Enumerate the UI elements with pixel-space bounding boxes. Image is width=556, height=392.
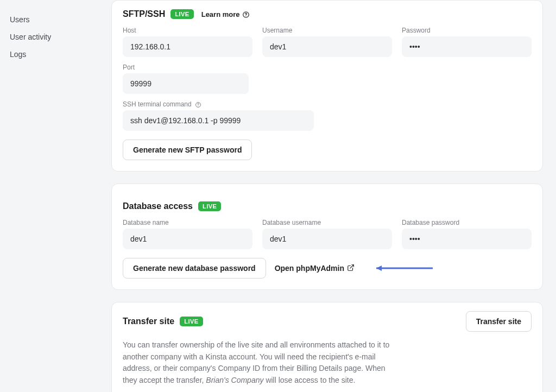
- port-label: Port: [123, 64, 249, 71]
- svg-line-4: [350, 264, 353, 268]
- username-field: Username dev1: [262, 27, 392, 57]
- username-value[interactable]: dev1: [262, 36, 392, 57]
- sftp-header: SFTP/SSH LIVE Learn more: [123, 9, 532, 19]
- password-field: Password ••••: [402, 27, 532, 57]
- live-badge: LIVE: [170, 9, 193, 19]
- main-content: SFTP/SSH LIVE Learn more Host 192.168.0.…: [111, 0, 556, 392]
- db-user-value[interactable]: dev1: [262, 229, 392, 249]
- help-icon: [242, 10, 250, 18]
- svg-point-1: [245, 16, 246, 16]
- db-pass-label: Database password: [402, 219, 532, 226]
- transfer-title: Transfer site: [123, 317, 174, 326]
- ssh-cmd-label: SSH terminal command: [123, 100, 314, 108]
- transfer-description: You can transfer ownership of the live s…: [123, 339, 394, 387]
- learn-more-link[interactable]: Learn more: [201, 10, 250, 18]
- transfer-desc-company: Brian's Company: [206, 376, 263, 384]
- ssh-cmd-value[interactable]: ssh dev1@192.168.0.1 -p 99999: [123, 110, 314, 131]
- db-name-label: Database name: [123, 219, 252, 226]
- db-user-field: Database username dev1: [262, 219, 392, 249]
- db-header: Database access LIVE: [123, 201, 532, 211]
- db-pass-field: Database password ••••: [402, 219, 532, 249]
- host-label: Host: [123, 27, 252, 34]
- sidebar: Users User activity Logs: [0, 0, 111, 392]
- ssh-cmd-field: SSH terminal command ssh dev1@192.168.0.…: [123, 100, 314, 131]
- db-user-label: Database username: [262, 219, 392, 226]
- db-name-field: Database name dev1: [123, 219, 252, 249]
- port-field: Port 99999: [123, 64, 249, 94]
- generate-db-password-button[interactable]: Generate new database password: [123, 258, 266, 279]
- live-badge: LIVE: [198, 201, 221, 211]
- generate-sftp-password-button[interactable]: Generate new SFTP password: [123, 140, 252, 160]
- password-label: Password: [402, 27, 532, 34]
- open-phpmyadmin-label: Open phpMyAdmin: [275, 264, 344, 273]
- sidebar-item-users[interactable]: Users: [10, 11, 111, 28]
- database-card: Database access LIVE Database name dev1 …: [111, 184, 543, 290]
- port-value[interactable]: 99999: [123, 73, 249, 94]
- ssh-cmd-label-text: SSH terminal command: [123, 100, 192, 108]
- db-title: Database access: [123, 201, 193, 211]
- svg-marker-6: [376, 265, 382, 271]
- transfer-site-button[interactable]: Transfer site: [466, 311, 532, 332]
- db-name-value[interactable]: dev1: [123, 229, 252, 249]
- help-icon[interactable]: [193, 100, 201, 108]
- host-value[interactable]: 192.168.0.1: [123, 36, 252, 57]
- learn-more-label: Learn more: [201, 10, 240, 18]
- annotation-arrow-icon: [369, 264, 434, 273]
- transfer-header: Transfer site LIVE Transfer site: [123, 311, 532, 332]
- svg-point-3: [198, 106, 199, 106]
- sftp-card: SFTP/SSH LIVE Learn more Host 192.168.0.…: [111, 0, 543, 172]
- username-label: Username: [262, 27, 392, 34]
- live-badge: LIVE: [180, 317, 203, 326]
- password-value[interactable]: ••••: [402, 36, 532, 57]
- generate-sftp-password-label: Generate new SFTP password: [133, 146, 242, 154]
- open-phpmyadmin-link[interactable]: Open phpMyAdmin: [275, 264, 355, 273]
- transfer-desc-part2: will lose access to the site.: [266, 376, 355, 384]
- external-link-icon: [347, 264, 355, 273]
- host-field: Host 192.168.0.1: [123, 27, 252, 57]
- sidebar-item-logs[interactable]: Logs: [10, 46, 111, 63]
- transfer-site-button-label: Transfer site: [476, 317, 521, 326]
- generate-db-password-label: Generate new database password: [133, 264, 256, 273]
- sftp-title: SFTP/SSH: [123, 9, 165, 19]
- transfer-card: Transfer site LIVE Transfer site You can…: [111, 302, 543, 392]
- db-pass-value[interactable]: ••••: [402, 229, 532, 249]
- sidebar-item-user-activity[interactable]: User activity: [10, 28, 111, 46]
